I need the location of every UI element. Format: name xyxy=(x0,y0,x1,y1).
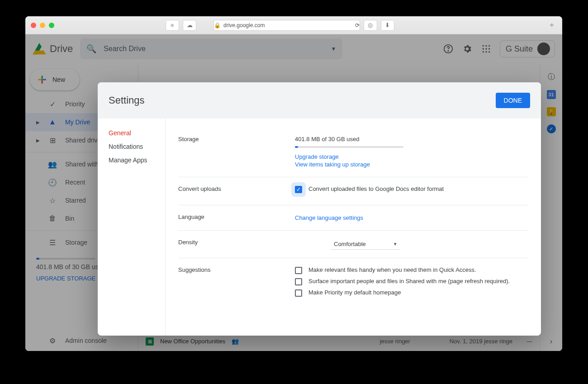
chevron-down-icon: ▼ xyxy=(393,242,398,247)
section-storage: Storage 401.8 MB of 30 GB used Upgrade s… xyxy=(178,128,528,177)
view-items-link[interactable]: View items taking up storage xyxy=(295,161,528,168)
storage-used: 401.8 MB of 30 GB used xyxy=(295,136,528,142)
address-bar[interactable]: 🔒 drive.google.com ⟳ xyxy=(213,20,360,31)
suggestion-shared-checkbox[interactable] xyxy=(295,278,302,285)
convert-checkbox-label: Convert uploaded files to Google Docs ed… xyxy=(308,185,444,192)
section-suggestions: Suggestions Make relevant files handy wh… xyxy=(178,258,528,308)
density-dropdown[interactable]: Comfortable ▼ xyxy=(331,239,400,250)
url-text: drive.google.com xyxy=(223,22,265,28)
upgrade-storage-link[interactable]: Upgrade storage xyxy=(295,153,528,160)
modal-title: Settings xyxy=(109,95,145,106)
ghostery-icon[interactable]: ⍟ xyxy=(166,20,179,31)
titlebar: ⍟ ☁ 🔒 drive.google.com ⟳ ◎ ⬇ ＋ xyxy=(25,16,562,34)
nav-notifications[interactable]: Notifications xyxy=(109,143,165,150)
nav-manage-apps[interactable]: Manage Apps xyxy=(109,156,165,164)
settings-content: Storage 401.8 MB of 30 GB used Upgrade s… xyxy=(166,119,541,336)
done-button[interactable]: DONE xyxy=(496,93,530,108)
modal-header: Settings DONE xyxy=(98,82,541,119)
new-tab-button[interactable]: ＋ xyxy=(547,20,557,30)
suggestion-shared-label: Surface important people and files in Sh… xyxy=(308,278,510,284)
close-window-icon[interactable] xyxy=(31,23,36,28)
density-label: Density xyxy=(178,239,295,250)
nav-general[interactable]: General xyxy=(109,129,165,137)
reload-icon[interactable]: ⟳ xyxy=(355,22,360,28)
change-language-link[interactable]: Change language settings xyxy=(295,214,528,221)
storage-progress xyxy=(295,146,403,148)
suggestion-quick-access-label: Make relevant files handy when you need … xyxy=(308,266,476,273)
suggestions-label: Suggestions xyxy=(178,266,295,300)
language-label: Language xyxy=(178,213,295,222)
lock-icon: 🔒 xyxy=(214,22,221,28)
traffic-lights xyxy=(31,23,54,28)
suggestion-quick-access-checkbox[interactable] xyxy=(295,267,302,274)
section-language: Language Change language settings xyxy=(178,205,528,231)
adblock-icon[interactable]: ◎ xyxy=(364,20,377,31)
settings-modal: Settings DONE General Notifications Mana… xyxy=(98,82,541,336)
convert-checkbox[interactable] xyxy=(295,186,302,193)
section-density: Density Comfortable ▼ xyxy=(178,231,528,258)
settings-nav: General Notifications Manage Apps xyxy=(98,119,166,336)
suggestion-priority-label: Make Priority my default homepage xyxy=(308,289,401,296)
cloud-icon[interactable]: ☁ xyxy=(183,20,196,31)
density-value: Comfortable xyxy=(334,241,366,247)
convert-label: Convert uploads xyxy=(178,185,295,197)
storage-label: Storage xyxy=(178,136,295,169)
suggestion-priority-checkbox[interactable] xyxy=(295,289,302,297)
section-convert-uploads: Convert uploads Convert uploaded files t… xyxy=(178,177,528,205)
downloads-icon[interactable]: ⬇ xyxy=(381,20,394,31)
browser-window: ⍟ ☁ 🔒 drive.google.com ⟳ ◎ ⬇ ＋ Drive 🔍 S… xyxy=(25,16,562,351)
minimize-window-icon[interactable] xyxy=(40,23,45,28)
maximize-window-icon[interactable] xyxy=(49,23,54,28)
